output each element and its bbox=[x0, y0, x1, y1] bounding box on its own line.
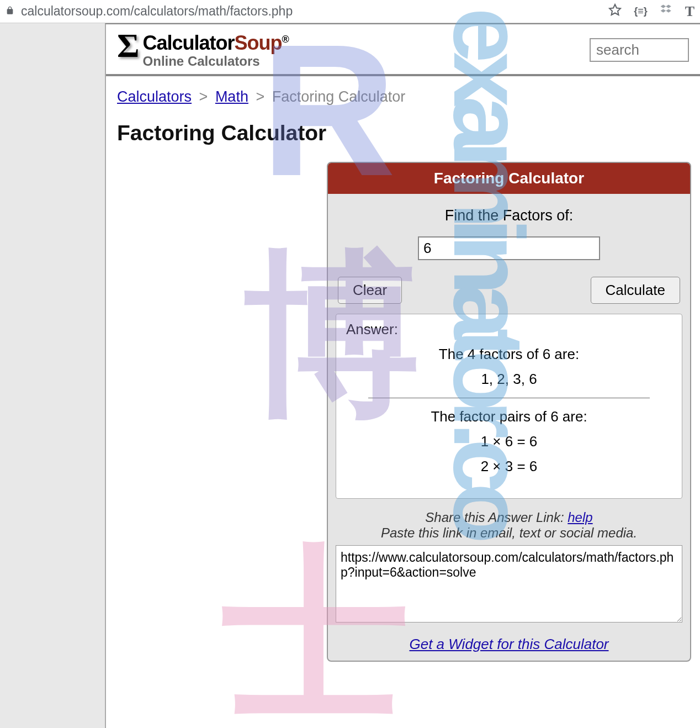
breadcrumb: Calculators > Math > Factoring Calculato… bbox=[106, 76, 700, 111]
clear-button[interactable]: Clear bbox=[338, 277, 402, 304]
brand-name: CalculatorSoup® bbox=[143, 32, 289, 54]
brand-tagline: Online Calculators bbox=[143, 54, 289, 68]
brand-soup: Soup bbox=[235, 31, 282, 54]
breadcrumb-sep: > bbox=[199, 88, 208, 105]
t-extension-icon[interactable]: T bbox=[685, 3, 694, 20]
page-title: Factoring Calculator bbox=[106, 111, 700, 162]
logo-area[interactable]: Σ CalculatorSoup® Online Calculators bbox=[117, 32, 590, 68]
bookmark-star-icon[interactable] bbox=[608, 3, 622, 20]
breadcrumb-math[interactable]: Math bbox=[215, 88, 248, 105]
json-extension-icon[interactable]: {≡} bbox=[634, 6, 648, 17]
share-url-textarea[interactable] bbox=[336, 545, 682, 623]
share-label: Share this Answer Link: bbox=[425, 510, 568, 525]
calculator-header: Factoring Calculator bbox=[328, 163, 690, 194]
widget-link-row: Get a Widget for this Calculator bbox=[336, 636, 682, 653]
browser-extension-icons: {≡} T bbox=[608, 3, 694, 20]
factors-heading: The 4 factors of 6 are: bbox=[346, 346, 672, 363]
pairs-heading: The factor pairs of 6 are: bbox=[346, 408, 672, 425]
url-text[interactable]: calculatorsoup.com/calculators/math/fact… bbox=[21, 4, 608, 19]
site-header: Σ CalculatorSoup® Online Calculators bbox=[106, 24, 700, 76]
search-input[interactable] bbox=[590, 38, 689, 62]
pair-1: 1 × 6 = 6 bbox=[346, 433, 672, 450]
sigma-icon: Σ bbox=[117, 32, 140, 60]
svg-marker-0 bbox=[609, 4, 621, 15]
breadcrumb-calculators[interactable]: Calculators bbox=[117, 88, 192, 105]
factor-input[interactable] bbox=[418, 236, 600, 260]
lock-icon bbox=[6, 6, 14, 17]
calculator-widget: Factoring Calculator Find the Factors of… bbox=[327, 162, 691, 662]
calculator-prompt: Find the Factors of: bbox=[336, 207, 682, 224]
share-section: Share this Answer Link: help Paste this … bbox=[336, 510, 682, 626]
browser-address-bar: calculatorsoup.com/calculators/math/fact… bbox=[0, 0, 700, 23]
dropbox-icon[interactable] bbox=[660, 3, 673, 20]
answer-box: Answer: The 4 factors of 6 are: 1, 2, 3,… bbox=[336, 314, 682, 499]
help-link[interactable]: help bbox=[568, 510, 592, 525]
answer-divider bbox=[368, 398, 650, 398]
page-content: R examinator.co 博 士 Σ CalculatorSoup® On… bbox=[105, 23, 700, 728]
paste-instruction: Paste this link in email, text or social… bbox=[336, 525, 682, 541]
answer-label: Answer: bbox=[346, 321, 672, 338]
get-widget-link[interactable]: Get a Widget for this Calculator bbox=[409, 636, 608, 652]
calculate-button[interactable]: Calculate bbox=[591, 277, 680, 304]
factors-list: 1, 2, 3, 6 bbox=[346, 371, 672, 388]
brand-calculator: Calculator bbox=[143, 31, 235, 54]
breadcrumb-current: Factoring Calculator bbox=[272, 88, 406, 105]
pair-2: 2 × 3 = 6 bbox=[346, 458, 672, 475]
breadcrumb-sep: > bbox=[256, 88, 264, 105]
brand-registered: ® bbox=[282, 34, 289, 45]
